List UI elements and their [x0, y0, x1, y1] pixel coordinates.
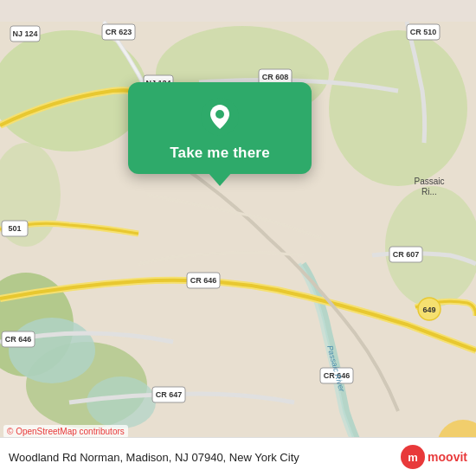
bottom-bar: Woodland Rd Norman, Madison, NJ 07940, N…: [0, 437, 476, 476]
svg-text:CR 510: CR 510: [410, 28, 437, 36]
svg-text:501: 501: [8, 224, 21, 233]
map-container: CR 623 NJ 124 NJ 124 CR 510 CR 608 501 C…: [0, 0, 476, 476]
svg-text:CR 607: CR 607: [393, 250, 420, 259]
svg-text:CR 608: CR 608: [262, 73, 289, 81]
take-me-there-button[interactable]: Take me there: [170, 145, 270, 162]
svg-point-3: [329, 30, 467, 186]
svg-point-9: [87, 376, 156, 428]
osm-attribution: © OpenStreetMap contributors: [3, 425, 128, 438]
svg-point-8: [9, 318, 95, 383]
svg-text:CR 646: CR 646: [190, 276, 217, 285]
moovit-logo-icon: m: [401, 445, 425, 469]
svg-text:m: m: [408, 451, 418, 464]
svg-text:CR 647: CR 647: [156, 390, 183, 399]
address-label: Woodland Rd Norman, Madison, NJ 07940, N…: [9, 451, 401, 464]
moovit-label: moovit: [428, 450, 467, 464]
moovit-logo: m moovit: [401, 445, 467, 469]
osm-icon: ©: [7, 427, 13, 436]
map-svg: CR 623 NJ 124 NJ 124 CR 510 CR 608 501 C…: [0, 0, 476, 476]
svg-text:Passaic: Passaic: [414, 177, 444, 186]
svg-text:649: 649: [422, 306, 435, 314]
svg-text:CR 623: CR 623: [106, 28, 132, 36]
svg-text:Ri...: Ri...: [421, 187, 437, 196]
svg-text:CR 646: CR 646: [5, 335, 32, 344]
popup-card: Take me there: [128, 82, 312, 174]
location-pin-icon: [201, 98, 239, 136]
osm-text: OpenStreetMap contributors: [16, 427, 125, 436]
svg-text:NJ 124: NJ 124: [12, 29, 37, 38]
svg-point-39: [215, 110, 224, 119]
